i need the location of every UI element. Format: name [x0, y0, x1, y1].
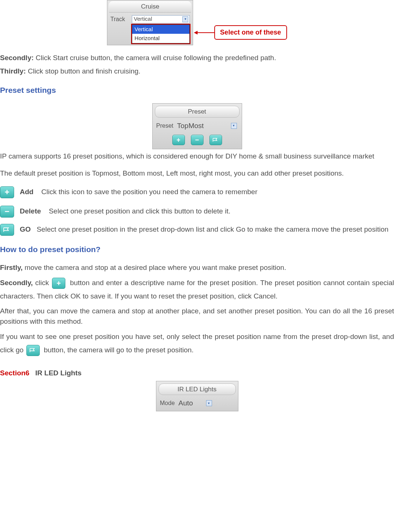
- delete-text: Select one preset position and click thi…: [49, 207, 230, 215]
- ir-mode-label: Mode: [160, 399, 175, 408]
- go-text: Select one preset position in the preset…: [37, 225, 388, 233]
- ifyou-post: button, the camera will go to the preset…: [44, 346, 193, 354]
- minus-icon: −: [0, 206, 14, 218]
- thirdly-line: Thirdly: Click stop button and finish cr…: [0, 66, 394, 77]
- secondly-pre: click: [33, 279, 51, 287]
- ir-panel: IR LED Lights Mode Auto ▾: [156, 381, 238, 411]
- secondly-line: Secondly: Click Start cruise button, the…: [0, 53, 394, 63]
- chevron-down-icon: ▾: [231, 123, 237, 129]
- section6-heading: Section6 IR LED Lights: [0, 368, 394, 379]
- cruise-figure: Cruise Track Vertical ▾ Vertical Horizon…: [0, 0, 394, 45]
- howto-ifyou: If you want to see one preset position y…: [0, 330, 394, 357]
- thirdly-text: Click stop button and finish cruising.: [26, 67, 140, 75]
- howto-after: After that, you can move the camera and …: [0, 306, 394, 327]
- add-label: Add: [20, 188, 33, 196]
- preset-delete-button[interactable]: −: [191, 135, 203, 145]
- go-label: GO: [20, 225, 31, 233]
- preset-p1: IP camera supports 16 preset positions, …: [0, 149, 394, 163]
- firstly-text: move the camera and stop at a desired pl…: [23, 264, 286, 271]
- arrow-left-icon: [195, 32, 215, 33]
- plus-icon: +: [176, 135, 180, 145]
- delete-label: Delete: [20, 207, 41, 215]
- preset-selected: TopMost: [177, 121, 204, 131]
- cruise-panel: Cruise Track Vertical ▾ Vertical Horizon…: [107, 0, 193, 45]
- cruise-option-horizontal[interactable]: Horizontal: [132, 34, 189, 43]
- secondly-label: Secondly:: [0, 54, 34, 62]
- preset-panel: Preset Preset TopMost ▾ + −: [152, 103, 242, 149]
- go-definition: GO Select one preset position in the pre…: [0, 223, 394, 236]
- ir-figure: IR LED Lights Mode Auto ▾: [0, 381, 394, 411]
- preset-go-button[interactable]: [209, 135, 222, 145]
- cruise-track-select[interactable]: Vertical ▾: [132, 15, 190, 23]
- minus-icon: −: [195, 135, 199, 145]
- plus-icon: +: [0, 186, 14, 198]
- callout-text: Select one of these: [214, 25, 287, 40]
- flag-icon: [0, 224, 14, 236]
- preset-panel-title: Preset: [155, 106, 240, 118]
- flag-icon: [212, 137, 219, 143]
- howto-secondly: Secondly, click + button and enter a des…: [0, 276, 394, 303]
- preset-row-label: Preset: [156, 121, 173, 130]
- howto-heading: How to do preset position?: [0, 244, 394, 255]
- add-text: Click this icon to save the position you…: [41, 188, 257, 196]
- secondly-label2: Secondly,: [0, 279, 33, 287]
- cruise-option-vertical[interactable]: Vertical: [132, 25, 189, 34]
- cruise-track-dropdown[interactable]: Vertical Horizontal: [132, 25, 190, 43]
- cruise-track-label: Track: [110, 15, 129, 24]
- chevron-down-icon: ▾: [206, 400, 212, 406]
- preset-add-button[interactable]: +: [172, 135, 185, 145]
- preset-figure: Preset Preset TopMost ▾ + −: [0, 103, 394, 149]
- preset-p2: The default preset position is Topmost, …: [0, 166, 394, 180]
- cruise-track-selected: Vertical: [134, 15, 152, 23]
- flag-icon: [26, 345, 40, 356]
- plus-icon: +: [52, 278, 65, 289]
- secondly-text: Click Start cruise button, the camera wi…: [34, 54, 276, 62]
- chevron-down-icon: ▾: [182, 16, 188, 22]
- firstly-label: Firstly,: [0, 264, 23, 271]
- delete-definition: − Delete Select one preset position and …: [0, 203, 394, 219]
- preset-select[interactable]: TopMost ▾: [177, 121, 238, 131]
- ir-panel-title: IR LED Lights: [159, 384, 236, 395]
- cruise-panel-title: Cruise: [109, 1, 191, 13]
- section6-label: Section6: [0, 369, 29, 377]
- preset-settings-heading: Preset settings: [0, 84, 394, 96]
- callout: Select one of these: [195, 25, 287, 40]
- thirdly-label: Thirdly:: [0, 67, 26, 75]
- add-definition: + Add Click this icon to save the positi…: [0, 184, 394, 200]
- howto-firstly: Firstly, move the camera and stop at a d…: [0, 262, 394, 273]
- section6-title: IR LED Lights: [35, 369, 82, 377]
- ir-mode-select[interactable]: Auto ▾: [179, 398, 213, 409]
- ir-mode-selected: Auto: [179, 398, 193, 409]
